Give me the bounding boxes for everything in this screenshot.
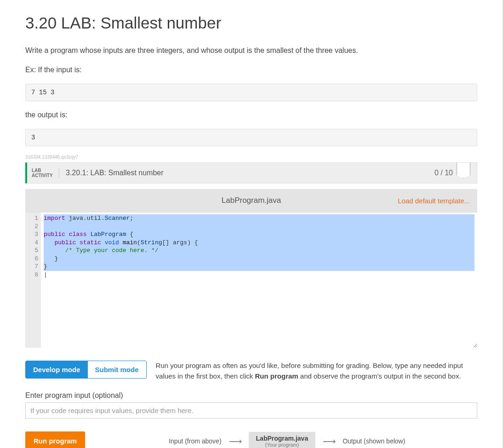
problem-description: Write a program whose inputs are three i…: [25, 45, 477, 56]
mode-toggle: Develop mode Submit mode: [25, 361, 147, 379]
flow-program-name: LabProgram.java: [256, 435, 309, 442]
mode-description: Run your program as often as you'd like,…: [156, 361, 477, 381]
submit-mode-tab[interactable]: Submit mode: [88, 361, 146, 378]
load-default-template-link[interactable]: Load default template...: [398, 197, 470, 205]
example-output-block: 3: [25, 129, 477, 146]
run-program-button[interactable]: Run program: [25, 431, 85, 448]
lab-score: 0 / 10: [434, 169, 453, 177]
arrow-icon: ⟶: [229, 436, 241, 447]
editor-header: LabProgram.java Load default template...: [25, 189, 477, 212]
program-input-field[interactable]: [25, 402, 477, 419]
mode-row: Develop mode Submit mode Run your progra…: [25, 361, 477, 381]
line-number: 4: [25, 239, 38, 247]
run-row: Run program Input (from above) ⟶ LabProg…: [25, 431, 477, 448]
line-number: 2: [25, 223, 38, 231]
ribbon-icon: [457, 163, 470, 178]
code-area[interactable]: import java.util.Scanner; public class L…: [41, 213, 477, 348]
mode-desc-post: and observe the program's output in the …: [298, 372, 461, 380]
lab-activity-label: LAB ACTIVITY: [32, 168, 59, 178]
line-number: 5: [25, 247, 38, 255]
line-number: 1: [25, 214, 38, 223]
lab-activity-header: LAB ACTIVITY 3.20.1: LAB: Smallest numbe…: [25, 162, 477, 184]
line-number: 6: [25, 255, 38, 263]
editor-filename: LabProgram.java: [222, 196, 281, 205]
flow-input-label: Input (from above): [169, 437, 221, 445]
mode-desc-bold: Run program: [255, 372, 298, 380]
example-intro: Ex: If the input is:: [25, 64, 477, 75]
flow-program-sub: (Your program): [256, 442, 309, 448]
lab-label-line2: ACTIVITY: [32, 173, 52, 178]
tracking-id: 316334.1338446.qx3zqy7: [25, 155, 477, 160]
flow-output-label: Output (shown below): [343, 437, 405, 445]
develop-mode-tab[interactable]: Develop mode: [26, 361, 88, 378]
line-number: 7: [25, 263, 38, 271]
example-input-block: 7 15 3: [25, 84, 477, 101]
line-gutter: 1 2 3 4 5 6 7 8: [25, 213, 41, 348]
program-input-label: Enter program input (optional): [25, 391, 477, 400]
page-title: 3.20 LAB: Smallest number: [25, 14, 477, 32]
lab-label-line1: LAB: [32, 168, 52, 173]
line-number: 3: [25, 230, 38, 239]
output-intro: the output is:: [25, 109, 477, 121]
arrow-icon: ⟶: [323, 436, 335, 447]
lab-activity-title: 3.20.1: LAB: Smallest number: [66, 169, 434, 177]
line-number: 8: [25, 271, 38, 279]
flow-program-box: LabProgram.java (Your program): [249, 432, 316, 448]
code-editor[interactable]: 1 2 3 4 5 6 7 8 import java.util.Scanner…: [25, 212, 477, 348]
code-editor-section: LabProgram.java Load default template...…: [25, 189, 477, 348]
